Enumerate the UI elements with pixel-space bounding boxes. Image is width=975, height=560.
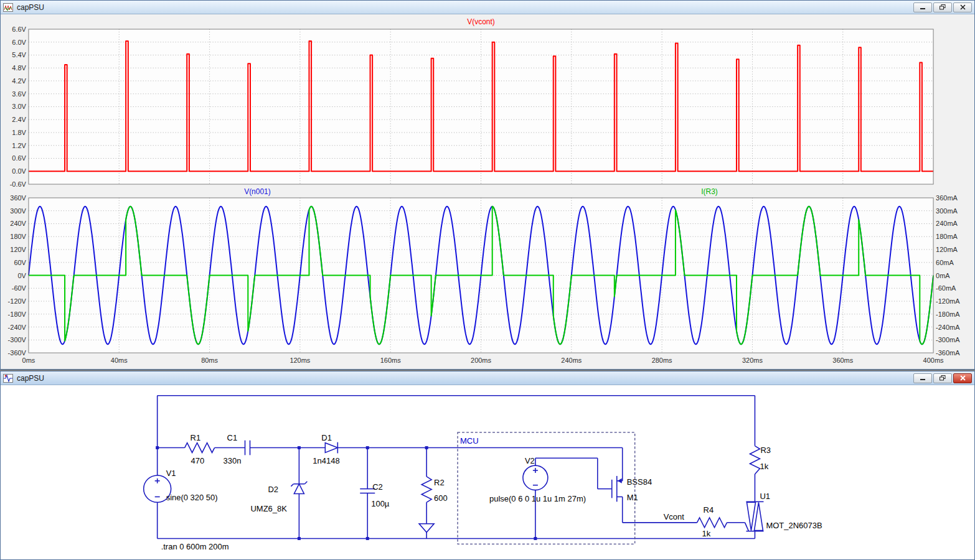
mcu-box[interactable] [458, 432, 635, 544]
component-U1-triac[interactable] [746, 502, 763, 531]
xtick-label: 320ms [742, 357, 763, 364]
waveform-plot[interactable]: 6.6V6.0V5.4V4.8V4.2V3.6V3.0V2.4V1.8V1.2V… [1, 14, 974, 369]
label-U1-value[interactable]: MOT_2N6073B [766, 521, 822, 530]
close-button[interactable] [953, 2, 972, 12]
pane1-ytick-label: 3.0V [12, 103, 26, 110]
restore-icon [940, 4, 946, 10]
xtick-label: 0ms [22, 357, 35, 364]
pane1-ytick-label: 2.4V [12, 116, 26, 123]
restore-button[interactable] [933, 2, 952, 12]
schematic-titlebar[interactable]: capPSU [1, 371, 974, 385]
pane1-ytick-label: 3.6V [12, 90, 26, 98]
waveform-titlebar[interactable]: capPSU [1, 1, 974, 14]
pane2-left-ytick-label: -300V [8, 336, 27, 343]
xtick-label: 400ms [923, 357, 944, 364]
label-D2-value[interactable]: UMZ6_8K [250, 504, 287, 513]
waveform-window: capPSU 6.6V6.0V5.4V4.8V4.2V3.6V3.0V2.4V1… [0, 0, 975, 370]
pane2-left-ytick-label: 0V [18, 272, 27, 279]
waveform-window-title: capPSU [16, 3, 44, 12]
label-R4-value[interactable]: 1k [702, 529, 711, 538]
label-R2-name[interactable]: R2 [434, 478, 445, 487]
component-R4[interactable] [697, 518, 727, 528]
pane2-left-ytick-label: 300V [10, 207, 26, 215]
label-V2-name[interactable]: V2 [525, 456, 535, 465]
label-V2-value[interactable]: pulse(0 6 0 1u 1u 1m 27m) [489, 494, 586, 503]
pane2-left-ytick-label: -180V [8, 310, 27, 318]
label-R3-value[interactable]: 1k [760, 462, 768, 471]
waveform-window-icon [3, 3, 13, 12]
label-tran-directive[interactable]: .tran 0 600m 200m [161, 542, 229, 551]
close-button[interactable] [953, 373, 972, 383]
close-icon [961, 5, 965, 9]
pane1-title-v-vcont[interactable]: V(vcont) [467, 17, 495, 26]
xtick-label: 80ms [201, 357, 218, 364]
xtick-label: 240ms [561, 357, 582, 364]
pane2-right-ytick-label: -360mA [936, 349, 960, 357]
restore-icon [940, 375, 946, 381]
pane2-left-ytick-label: -240V [8, 324, 27, 331]
xtick-label: 120ms [290, 357, 310, 364]
pane1-ytick-label: 1.8V [12, 129, 26, 136]
label-V1-name[interactable]: V1 [166, 469, 176, 478]
xtick-label: 40ms [111, 357, 128, 364]
pane2-right-ytick-label: -60mA [936, 284, 956, 292]
component-R1[interactable] [185, 443, 215, 453]
label-C1-value[interactable]: 330n [224, 456, 242, 465]
label-C1-name[interactable]: C1 [227, 433, 238, 442]
pane2-left-ytick-label: 120V [10, 246, 26, 253]
xtick-label: 280ms [652, 357, 672, 364]
pane2-left-ytick-label: 60V [14, 259, 26, 266]
component-M1[interactable] [612, 476, 623, 502]
pane2-right-ytick-label: 240mA [936, 220, 958, 228]
component-D1[interactable] [325, 442, 337, 454]
label-net-vcont[interactable]: Vcont [664, 512, 685, 521]
component-V2[interactable] [523, 465, 548, 490]
label-M1-name[interactable]: M1 [627, 493, 638, 502]
label-D1-value[interactable]: 1n4148 [313, 456, 339, 465]
component-R3[interactable] [750, 446, 760, 474]
schematic-canvas[interactable]: V1 sine(0 320 50) R1 470 C1 330n D1 1n41… [1, 385, 974, 559]
pane1-ytick-label: 0.0V [12, 167, 26, 175]
waveform-plot-area[interactable]: 6.6V6.0V5.4V4.8V4.2V3.6V3.0V2.4V1.8V1.2V… [1, 14, 974, 369]
label-R4-name[interactable]: R4 [704, 505, 714, 515]
pane1-ytick-label: 6.6V [12, 26, 26, 33]
xtick-label: 360ms [832, 357, 853, 364]
pane1-ytick-label: 4.8V [12, 64, 26, 72]
label-C2-name[interactable]: C2 [372, 482, 383, 492]
component-R2[interactable] [422, 477, 431, 502]
label-D2-name[interactable]: D2 [268, 485, 278, 494]
component-D2[interactable] [291, 482, 307, 494]
xtick-label: 160ms [380, 357, 401, 364]
label-mcu[interactable]: MCU [460, 436, 479, 446]
pane2-left-ytick-label: -120V [8, 297, 27, 305]
label-U1-name[interactable]: U1 [760, 492, 770, 501]
pane2-left-ytick-label: 240V [10, 220, 26, 228]
label-R1-value[interactable]: 470 [191, 456, 205, 465]
schematic-window-title: capPSU [16, 374, 44, 383]
xtick-label: 200ms [471, 357, 491, 364]
pane2-left-ytick-label: -360V [8, 349, 27, 357]
pane1-ytick-label: 0.6V [12, 154, 26, 162]
label-R1-name[interactable]: R1 [191, 433, 201, 442]
minimize-button[interactable] [913, 2, 932, 12]
label-R3-name[interactable]: R3 [760, 446, 771, 455]
ground-symbol [419, 524, 434, 533]
schematic-drawing[interactable]: V1 sine(0 320 50) R1 470 C1 330n D1 1n41… [1, 385, 974, 559]
minimize-button[interactable] [913, 373, 932, 383]
component-C1[interactable] [245, 441, 250, 455]
pane2-right-ytick-label: -240mA [936, 324, 960, 331]
pane2-left-ytick-label: -60V [12, 284, 27, 292]
pane2-right-ytick-label: -120mA [936, 297, 960, 305]
label-C2-value[interactable]: 100µ [371, 499, 390, 508]
label-V1-value[interactable]: sine(0 320 50) [166, 493, 218, 502]
restore-button[interactable] [933, 373, 952, 383]
pane1-ytick-label: 6.0V [12, 39, 26, 46]
label-M1-value[interactable]: BSS84 [627, 477, 652, 487]
pane2-left-ytick-label: 180V [10, 233, 26, 240]
pane2-title-i-r3[interactable]: I(R3) [701, 187, 718, 196]
pane1-ytick-label: 1.2V [12, 142, 26, 149]
pane2-title-v-n001[interactable]: V(n001) [244, 187, 271, 196]
label-D1-name[interactable]: D1 [321, 433, 332, 442]
label-R2-value[interactable]: 600 [434, 493, 448, 503]
pane2-right-ytick-label: 60mA [936, 259, 954, 266]
